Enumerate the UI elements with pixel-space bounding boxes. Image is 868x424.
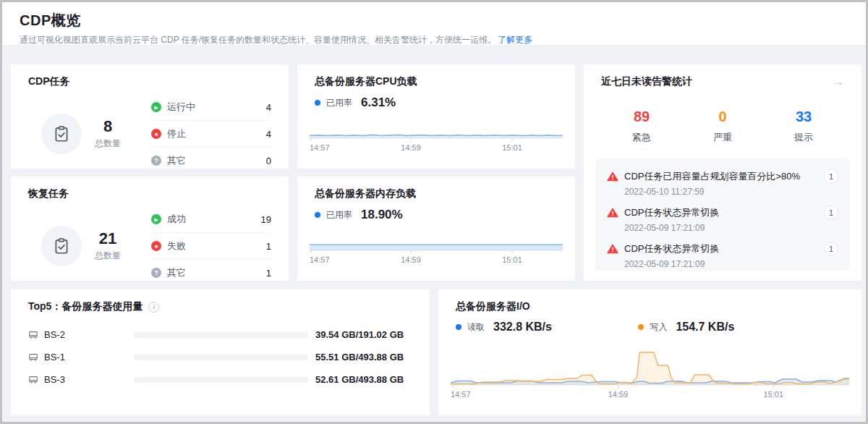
status-row-stopped: ■ 停止 4	[151, 121, 271, 148]
info-icon[interactable]: i	[148, 302, 159, 313]
mem-axis-ticks: 14:57 14:59 15:01	[310, 255, 563, 265]
cpu-axis-ticks: 14:57 14:59 15:01	[310, 143, 563, 153]
clipboard-icon	[41, 114, 82, 154]
io-card: 总备份服务器I/O 读取 332.8 KB/s 写入 154.7 KB/s 14…	[438, 289, 861, 415]
usage-value: 55.51 GB/493.88 GB	[315, 352, 412, 362]
cpu-chart: 14:57 14:59 15:01	[310, 100, 563, 153]
arrow-right-icon[interactable]: →	[833, 75, 844, 88]
server-icon	[28, 375, 38, 385]
alert-count-badge: 1	[824, 169, 838, 184]
status-label: 运行中	[167, 101, 266, 114]
tick-label: 14:59	[401, 255, 421, 264]
status-row-success: ▶ 成功 19	[151, 206, 271, 233]
status-value: 4	[266, 102, 271, 113]
server-icon	[28, 330, 38, 340]
cdp-total-label: 总数量	[95, 137, 121, 150]
io-chart: 14:57 14:59 15:01	[451, 347, 849, 399]
usage-value: 39.54 GB/191.02 GB	[315, 329, 412, 340]
read-legend: 读取 332.8 KB/s	[456, 321, 638, 334]
status-label: 失败	[167, 239, 266, 253]
memory-load-card: 总备份服务器内存负载 已用率 18.90% 14:57 14:59 15:01	[297, 177, 575, 281]
server-name-label: BS-3	[44, 374, 65, 385]
io-card-title: 总备份服务器I/O	[438, 289, 861, 313]
write-legend-dot	[638, 324, 644, 330]
io-legend-row: 读取 332.8 KB/s 写入 154.7 KB/s	[438, 313, 861, 334]
alarm-card-header: 近七日未读告警统计 →	[584, 64, 861, 88]
alarm-stats-row: 89 紧急 0 严重 33 提示	[584, 109, 861, 144]
alarm-stats-card: 近七日未读告警统计 → 89 紧急 0 严重 33 提示	[584, 64, 861, 281]
status-value: 19	[261, 214, 271, 225]
usage-value: 52.61 GB/493.88 GB	[315, 374, 412, 385]
severe-label: 严重	[682, 131, 763, 144]
restore-total-block: 21 总数量	[95, 230, 121, 262]
alert-item[interactable]: CDP任务状态异常切换 1 2022-05-09 17:21:09	[607, 242, 838, 269]
read-legend-label: 读取	[467, 321, 485, 334]
alarm-stat-info: 33 提示	[763, 109, 844, 144]
alarm-stat-critical: 89 紧急	[601, 109, 682, 144]
cpu-load-card: 总备份服务器CPU负载 已用率 6.31% 14:57 14:59 15:01	[297, 64, 575, 169]
tick-label: 15:01	[502, 143, 522, 152]
status-value: 0	[266, 156, 271, 166]
dashboard-content: CDP任务 8 总数量 ▶ 运行中 4	[2, 45, 866, 422]
io-axis-ticks: 14:57 14:59 15:01	[451, 390, 849, 399]
cdp-status-list: ▶ 运行中 4 ■ 停止 4 ? 其它 0	[151, 94, 271, 174]
restore-status-list: ▶ 成功 19 ■ 失败 1 ? 其它 1	[151, 206, 271, 286]
tick-label: 14:57	[310, 143, 330, 152]
question-icon: ?	[151, 156, 161, 166]
read-legend-dot	[456, 324, 461, 330]
restore-tasks-card: 恢复任务 21 总数量 ▶ 成功 19	[11, 177, 289, 281]
alert-timestamp: 2022-05-09 17:21:09	[624, 223, 838, 233]
server-icon	[28, 352, 38, 362]
alert-list-panel: CDP任务已用容量占规划容量百分比>80% 1 2022-05-10 11:27…	[595, 158, 850, 271]
alert-item[interactable]: CDP任务状态异常切换 1 2022-05-09 17:21:09	[607, 205, 838, 233]
critical-label: 紧急	[601, 131, 682, 144]
top5-rows: BS-2 39.54 GB/191.02 GB BS-1 55.51 GB/49…	[11, 323, 430, 391]
status-row-running: ▶ 运行中 4	[151, 94, 271, 121]
tick-label: 14:57	[451, 390, 471, 399]
status-label: 其它	[167, 266, 266, 279]
tick-label: 14:59	[401, 143, 421, 152]
alarm-stat-severe: 0 严重	[682, 109, 763, 144]
tick-label: 15:01	[502, 255, 522, 264]
cdp-tasks-title: CDP任务	[11, 64, 289, 88]
page-subtitle-text: 通过可视化视图直观展示当前云平台 CDP 任务/恢复任务的数量和状态统计、容量使…	[20, 35, 496, 45]
cdp-total-count: 8	[95, 118, 121, 135]
memory-load-linechart	[310, 212, 563, 254]
alert-item[interactable]: CDP任务已用容量占规划容量百分比>80% 1 2022-05-10 11:27…	[607, 169, 838, 197]
write-value: 154.7 KB/s	[676, 321, 734, 334]
status-label: 停止	[167, 127, 266, 140]
warning-triangle-icon	[607, 244, 618, 254]
status-value: 1	[266, 268, 271, 279]
write-legend: 写入 154.7 KB/s	[638, 321, 734, 334]
cdp-overview-page: CDP概览 通过可视化视图直观展示当前云平台 CDP 任务/恢复任务的数量和状态…	[0, 0, 868, 424]
usage-bar-track	[134, 355, 308, 360]
critical-count: 89	[601, 109, 682, 125]
tick-label: 15:01	[764, 390, 784, 399]
cpu-load-linechart	[310, 100, 563, 142]
stopped-icon: ■	[151, 129, 161, 139]
alert-count-badge: 1	[824, 242, 838, 256]
learn-more-link[interactable]: 了解更多	[498, 35, 532, 45]
server-usage-row: BS-1 55.51 GB/493.88 GB	[11, 346, 430, 368]
server-usage-row: BS-3 52.61 GB/493.88 GB	[11, 368, 430, 391]
restore-tasks-title: 恢复任务	[11, 177, 289, 200]
failed-icon: ■	[151, 241, 161, 251]
server-name-label: BS-2	[44, 329, 65, 340]
server-name-label: BS-1	[44, 352, 65, 362]
page-header: CDP概览 通过可视化视图直观展示当前云平台 CDP 任务/恢复任务的数量和状态…	[2, 2, 866, 45]
running-icon: ▶	[151, 102, 161, 112]
alarm-card-title: 近七日未读告警统计	[601, 75, 692, 88]
info-label: 提示	[763, 131, 844, 144]
status-row-failed: ■ 失败 1	[151, 233, 271, 260]
alert-count-badge: 1	[824, 205, 838, 220]
restore-total-count: 21	[95, 230, 121, 247]
status-row-other: ? 其它 0	[151, 148, 271, 174]
cdp-tasks-card: CDP任务 8 总数量 ▶ 运行中 4	[11, 64, 289, 169]
page-title: CDP概览	[20, 11, 848, 30]
status-value: 4	[266, 129, 271, 140]
alert-text: CDP任务状态异常切换	[624, 206, 824, 219]
status-row-other: ? 其它 1	[151, 260, 271, 286]
warning-triangle-icon	[607, 171, 618, 182]
status-value: 1	[266, 241, 271, 252]
top5-title: Top5：备份服务器使用量	[28, 300, 142, 313]
